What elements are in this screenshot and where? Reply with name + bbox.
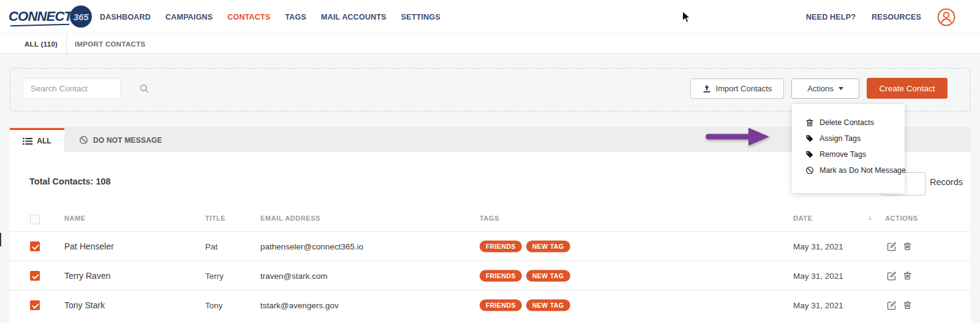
nav-item-settings[interactable]: SETTINGS xyxy=(401,13,440,21)
column-header-tags[interactable]: TAGS xyxy=(480,215,499,222)
column-header-name[interactable]: NAME xyxy=(64,215,86,222)
caret-down-icon xyxy=(839,87,843,90)
row-checkbox[interactable] xyxy=(30,271,40,281)
tab-all-label: ALL xyxy=(37,137,51,145)
table-header-row: NAME TITLE EMAIL ADDRESS TAGS DATE ↓ ACT… xyxy=(10,208,970,231)
search-contact-box xyxy=(23,78,121,99)
import-contacts-button[interactable]: Import Contacts xyxy=(690,78,784,99)
import-contacts-label: Import Contacts xyxy=(716,84,772,93)
tag-badge[interactable]: NEW TAG xyxy=(526,299,570,311)
tag-badge[interactable]: NEW TAG xyxy=(526,240,570,252)
nav-item-campaigns[interactable]: CAMPAIGNS xyxy=(165,13,213,21)
edit-icon[interactable] xyxy=(887,300,897,310)
tab-all[interactable]: ALL xyxy=(10,128,64,152)
search-icon[interactable] xyxy=(139,83,149,94)
records-label: Records xyxy=(930,177,963,187)
contact-title: Terry xyxy=(205,271,224,280)
row-actions xyxy=(887,241,912,251)
trash-icon xyxy=(805,118,814,127)
delete-icon[interactable] xyxy=(903,271,912,281)
actions-dropdown-button[interactable]: Actions xyxy=(791,78,859,99)
column-header-actions: ACTIONS xyxy=(885,215,918,222)
main-content: Import Contacts Actions Create Contact D… xyxy=(0,55,980,323)
remove-tags-label: Remove Tags xyxy=(820,150,866,159)
create-contact-label: Create Contact xyxy=(880,84,935,93)
column-header-title[interactable]: TITLE xyxy=(205,215,226,222)
contact-email: pathenseler@connect365.io xyxy=(260,241,363,251)
table-row: Tony Stark Tony tstark@avengers.gov FRIE… xyxy=(10,290,970,319)
subnav-divider xyxy=(66,34,67,54)
column-header-email[interactable]: EMAIL ADDRESS xyxy=(260,215,320,222)
column-header-date[interactable]: DATE xyxy=(793,215,813,222)
row-actions xyxy=(887,300,912,310)
menu-item-delete-contacts[interactable]: Delete Contacts xyxy=(792,115,905,131)
contact-email: tstark@avengers.gov xyxy=(260,300,339,310)
sort-desc-icon[interactable]: ↓ xyxy=(868,212,872,222)
contact-name: Tony Stark xyxy=(64,300,105,310)
ban-icon xyxy=(805,166,814,175)
screen-edge-artifact xyxy=(0,233,1,246)
nav-item-tags[interactable]: TAGS xyxy=(285,13,306,21)
resources-link[interactable]: RESOURCES xyxy=(872,13,921,21)
primary-nav: DASHBOARD CAMPAIGNS CONTACTS TAGS MAIL A… xyxy=(100,0,440,34)
row-checkbox[interactable] xyxy=(30,241,40,251)
nav-item-mail-accounts[interactable]: MAIL ACCOUNTS xyxy=(321,13,386,21)
contact-tags: FRIENDS NEW TAG xyxy=(480,270,570,281)
need-help-link[interactable]: NEED HELP? xyxy=(806,13,856,21)
table-row: Pat Henseler Pat pathenseler@connect365.… xyxy=(10,231,970,260)
contacts-subnav: ALL (110) IMPORT CONTACTS xyxy=(0,34,980,54)
menu-item-assign-tags[interactable]: Assign Tags xyxy=(792,131,905,146)
contact-tags: FRIENDS NEW TAG xyxy=(480,299,570,311)
contact-name: Terry Raven xyxy=(64,271,110,281)
contact-name: Pat Henseler xyxy=(64,241,114,251)
list-icon xyxy=(23,137,32,145)
select-all-checkbox[interactable] xyxy=(30,215,40,224)
delete-contacts-label: Delete Contacts xyxy=(820,118,874,127)
tag-badge[interactable]: FRIENDS xyxy=(480,299,522,311)
mark-do-not-message-label: Mark as Do Not Message xyxy=(820,166,906,175)
table-row: Terry Raven Terry traven@stark.com FRIEN… xyxy=(10,260,970,290)
tag-badge[interactable]: NEW TAG xyxy=(526,270,570,281)
brand-365-badge: 365 xyxy=(70,6,92,28)
actions-dropdown-menu: Delete Contacts Assign Tags xyxy=(792,104,905,193)
contact-date: May 31, 2021 xyxy=(793,241,843,251)
search-contact-input[interactable] xyxy=(23,79,139,98)
menu-item-mark-do-not-message[interactable]: Mark as Do Not Message xyxy=(792,162,905,178)
top-navigation-bar: CONNECT 365 DASHBOARD CAMPAIGNS CONTACTS… xyxy=(0,0,980,34)
delete-icon[interactable] xyxy=(903,300,912,310)
tab-do-not-message[interactable]: DO NOT MESSAGE xyxy=(64,128,162,152)
tag-icon xyxy=(805,134,814,143)
delete-icon[interactable] xyxy=(903,241,912,251)
actions-label: Actions xyxy=(807,84,834,93)
contact-date: May 31, 2021 xyxy=(793,300,843,310)
menu-item-remove-tags[interactable]: Remove Tags xyxy=(792,146,905,162)
edit-icon[interactable] xyxy=(887,271,897,281)
tag-icon xyxy=(805,150,814,159)
total-contacts-value: 108 xyxy=(96,177,110,186)
tag-badge[interactable]: FRIENDS xyxy=(480,270,522,281)
create-contact-button[interactable]: Create Contact xyxy=(867,78,948,99)
annotation-arrow xyxy=(704,126,772,150)
total-contacts: Total Contacts: 108 xyxy=(29,177,111,186)
subnav-all-tab[interactable]: ALL (110) xyxy=(24,34,58,54)
contact-tags: FRIENDS NEW TAG xyxy=(480,240,570,252)
assign-tags-label: Assign Tags xyxy=(820,134,861,143)
contact-title: Tony xyxy=(205,300,223,310)
total-contacts-label: Total Contacts: xyxy=(29,177,93,186)
edit-icon[interactable] xyxy=(887,241,897,251)
brand-logo[interactable]: CONNECT 365 xyxy=(9,6,92,28)
user-avatar-icon[interactable] xyxy=(937,8,956,26)
contact-email: traven@stark.com xyxy=(260,271,328,280)
subnav-import-contacts-tab[interactable]: IMPORT CONTACTS xyxy=(75,34,145,54)
row-checkbox[interactable] xyxy=(30,300,40,310)
contacts-page: CONNECT 365 DASHBOARD CAMPAIGNS CONTACTS… xyxy=(0,0,980,323)
ban-icon xyxy=(79,135,88,145)
tab-do-not-message-label: DO NOT MESSAGE xyxy=(93,136,162,145)
contact-date: May 31, 2021 xyxy=(793,271,843,280)
tag-badge[interactable]: FRIENDS xyxy=(480,240,522,252)
row-actions xyxy=(887,271,912,281)
nav-item-contacts[interactable]: CONTACTS xyxy=(227,13,270,21)
contact-title: Pat xyxy=(205,241,217,251)
nav-item-dashboard[interactable]: DASHBOARD xyxy=(100,13,151,21)
upload-icon xyxy=(703,85,711,93)
